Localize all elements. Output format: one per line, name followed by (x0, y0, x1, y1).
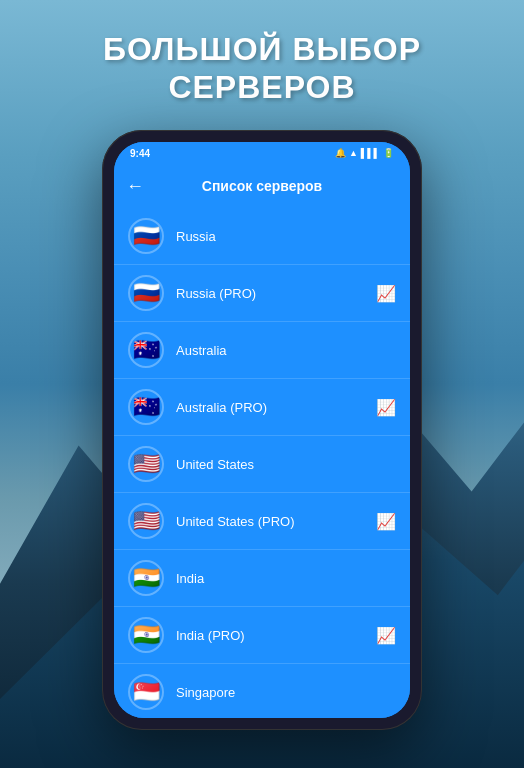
server-flag: 🇷🇺 (128, 218, 164, 254)
server-list-item[interactable]: 🇮🇳India (PRO)📈 (114, 607, 410, 664)
server-flag: 🇮🇳 (128, 617, 164, 653)
battery-icon: 🔋 (383, 148, 394, 158)
server-flag: 🇸🇬 (128, 674, 164, 710)
toolbar-title: Список серверов (154, 178, 370, 194)
server-flag: 🇺🇸 (128, 446, 164, 482)
pro-speed-icon: 📈 (376, 284, 396, 303)
server-list-item[interactable]: 🇸🇬Singapore (114, 664, 410, 718)
server-name: India (PRO) (176, 628, 376, 643)
server-name: Russia (PRO) (176, 286, 376, 301)
phone-frame: 9:44 🔔 ▲ ▌▌▌ 🔋 ← Список серверов 🇷🇺Russi… (102, 130, 422, 730)
pro-speed-icon: 📈 (376, 398, 396, 417)
server-list-item[interactable]: 🇦🇺Australia (114, 322, 410, 379)
server-list-item[interactable]: 🇷🇺Russia (114, 208, 410, 265)
server-name: India (176, 571, 396, 586)
server-flag: 🇮🇳 (128, 560, 164, 596)
pro-speed-icon: 📈 (376, 512, 396, 531)
server-flag: 🇷🇺 (128, 275, 164, 311)
server-list-item[interactable]: 🇮🇳India (114, 550, 410, 607)
server-list-item[interactable]: 🇺🇸United States (114, 436, 410, 493)
server-list-item[interactable]: 🇺🇸United States (PRO)📈 (114, 493, 410, 550)
back-button[interactable]: ← (126, 176, 144, 197)
server-flag: 🇦🇺 (128, 389, 164, 425)
phone-screen: 9:44 🔔 ▲ ▌▌▌ 🔋 ← Список серверов 🇷🇺Russi… (114, 142, 410, 718)
page-title: БОЛЬШОЙ ВЫБОР СЕРВЕРОВ (0, 30, 524, 107)
server-name: Australia (176, 343, 396, 358)
server-list[interactable]: 🇷🇺Russia🇷🇺Russia (PRO)📈🇦🇺Australia🇦🇺Aust… (114, 208, 410, 718)
title-area: БОЛЬШОЙ ВЫБОР СЕРВЕРОВ (0, 30, 524, 107)
server-name: United States (PRO) (176, 514, 376, 529)
status-bar: 9:44 🔔 ▲ ▌▌▌ 🔋 (114, 142, 410, 164)
server-list-item[interactable]: 🇷🇺Russia (PRO)📈 (114, 265, 410, 322)
title-line1: БОЛЬШОЙ ВЫБОР (0, 30, 524, 68)
pro-speed-icon: 📈 (376, 626, 396, 645)
phone-container: 9:44 🔔 ▲ ▌▌▌ 🔋 ← Список серверов 🇷🇺Russi… (102, 130, 422, 730)
server-list-item[interactable]: 🇦🇺Australia (PRO)📈 (114, 379, 410, 436)
signal-icon: ▌▌▌ (361, 148, 380, 158)
server-name: Russia (176, 229, 396, 244)
server-flag: 🇺🇸 (128, 503, 164, 539)
notification-icon: 🔔 (335, 148, 346, 158)
status-icons: 🔔 ▲ ▌▌▌ 🔋 (335, 148, 394, 158)
server-name: Singapore (176, 685, 396, 700)
wifi-icon: ▲ (349, 148, 358, 158)
server-name: Australia (PRO) (176, 400, 376, 415)
server-flag: 🇦🇺 (128, 332, 164, 368)
server-name: United States (176, 457, 396, 472)
toolbar: ← Список серверов (114, 164, 410, 208)
title-line2: СЕРВЕРОВ (0, 68, 524, 106)
status-time: 9:44 (130, 148, 150, 159)
